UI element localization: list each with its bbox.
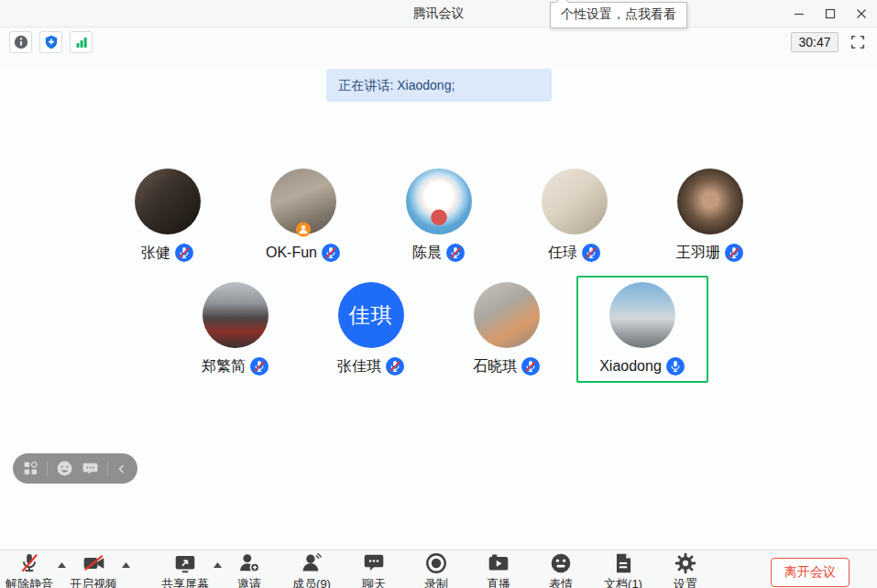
- titlebar: 腾讯会议: [0, 0, 877, 27]
- toolbar-item-video[interactable]: 开启视频: [68, 552, 119, 588]
- settings-gear-icon: [674, 551, 697, 575]
- invite-person-icon: [237, 551, 261, 575]
- participant-avatar: [135, 169, 201, 234]
- mic-status-icon: [666, 357, 685, 376]
- signal-bars-icon: [74, 35, 89, 49]
- caption-chat-button[interactable]: [82, 460, 99, 477]
- fullscreen-icon: [850, 34, 866, 50]
- participant-name: 石晓琪: [473, 357, 517, 376]
- leave-meeting-button[interactable]: 离开会议: [771, 558, 850, 587]
- toolbar-item-share[interactable]: 共享屏幕: [159, 552, 211, 588]
- participant-tile[interactable]: 郑繁简: [170, 276, 301, 383]
- participant-name: 陈晨: [412, 244, 442, 263]
- participant-row-2: 郑繁简 佳琪 张佳琪: [0, 276, 877, 383]
- settings-tooltip[interactable]: 个性设置，点我看看: [550, 2, 687, 28]
- mic-status-icon: [175, 244, 193, 262]
- toolbar-item-chat[interactable]: 聊天: [348, 552, 400, 588]
- participant-avatar: [677, 169, 743, 234]
- toolbar-item-settings[interactable]: 设置: [660, 552, 711, 588]
- bottom-toolbar: 解除静音 开启视频 共享屏幕 邀请 成员(9): [0, 550, 877, 588]
- participant-name: 张健: [141, 244, 170, 263]
- participant-tile[interactable]: 石晓琪: [441, 276, 573, 383]
- chat-bubble-icon: [362, 551, 386, 575]
- meeting-window: 腾讯会议 个性设置，点我看看: [0, 0, 877, 588]
- participant-avatar: 佳琪: [338, 282, 404, 348]
- pill-divider: [47, 462, 48, 476]
- smiley-icon: [56, 460, 73, 477]
- maximize-icon: [825, 8, 836, 19]
- camera-off-icon: [82, 551, 106, 575]
- participant-tile[interactable]: 陈晨: [373, 162, 505, 269]
- mic-muted-icon: [17, 551, 41, 575]
- fullscreen-button[interactable]: [848, 32, 868, 52]
- toolbar-item-live[interactable]: 直播: [473, 552, 524, 588]
- participant-name: 张佳琪: [337, 357, 381, 376]
- layout-grid-button[interactable]: [23, 461, 38, 476]
- participant-name: 王羽珊: [676, 244, 720, 263]
- live-stream-icon: [487, 551, 510, 575]
- pill-divider: [107, 462, 108, 476]
- info-icon: [14, 35, 28, 49]
- toolbar-item-members[interactable]: 成员(9): [286, 552, 337, 588]
- security-shield-button[interactable]: [39, 31, 62, 53]
- close-icon: [856, 8, 867, 19]
- mic-status-icon: [250, 357, 269, 376]
- toolbar-item-mute[interactable]: 解除静音: [4, 552, 55, 588]
- toolbar-caret-video[interactable]: [119, 554, 132, 588]
- close-button[interactable]: [846, 0, 877, 27]
- emoji-icon: [549, 551, 573, 575]
- caret-up-icon: [122, 562, 130, 568]
- mic-status-icon: [582, 244, 600, 262]
- collapse-chevron-button[interactable]: [116, 463, 127, 474]
- toolbar-caret-share[interactable]: [211, 554, 224, 588]
- participant-tile[interactable]: 任琭: [509, 162, 641, 269]
- toolbar-caret-mute[interactable]: [55, 554, 68, 588]
- guest-badge-icon: [295, 222, 311, 237]
- minimize-button[interactable]: [784, 0, 815, 27]
- window-title: 腾讯会议: [413, 5, 465, 22]
- meeting-subheader: 30:47: [0, 27, 877, 57]
- participant-tile[interactable]: 张健: [102, 162, 234, 269]
- meeting-info-button[interactable]: [9, 31, 32, 53]
- participant-tile[interactable]: 佳琪 张佳琪: [305, 276, 437, 383]
- window-controls: [784, 0, 877, 27]
- participant-tile[interactable]: OK-Fun: [237, 162, 369, 269]
- toolbar-item-emoji[interactable]: 表情: [535, 552, 586, 588]
- minimize-icon: [794, 8, 805, 19]
- mic-status-icon: [521, 357, 540, 376]
- participant-tile[interactable]: 王羽珊: [644, 162, 776, 269]
- participants-area: 正在讲话: Xiaodong; 张健: [0, 69, 877, 550]
- participant-tile[interactable]: Xiaodong: [576, 276, 708, 383]
- layout-grid-icon: [23, 461, 38, 476]
- participant-name: 任琭: [548, 244, 577, 263]
- avatar-initials: 佳琪: [349, 301, 393, 330]
- mic-status-icon: [446, 244, 465, 262]
- members-icon: [300, 551, 323, 575]
- toolbar-item-invite[interactable]: 邀请: [224, 552, 275, 588]
- mic-status-icon: [386, 357, 404, 376]
- toolbar-item-docs[interactable]: 文档(1): [597, 552, 649, 588]
- participant-row-1: 张健 OK-Fun: [0, 162, 877, 269]
- participant-name: OK-Fun: [266, 245, 317, 261]
- active-speaker-banner: 正在讲话: Xiaodong;: [326, 69, 552, 102]
- participant-avatar: [406, 169, 472, 234]
- floating-tools-pill: [13, 453, 137, 484]
- caret-up-icon: [214, 562, 222, 568]
- mic-status-icon: [322, 244, 340, 262]
- maximize-button[interactable]: [815, 0, 846, 27]
- toolbar-item-record[interactable]: 录制: [411, 552, 462, 588]
- participant-name: Xiaodong: [599, 358, 662, 375]
- participant-avatar: [474, 282, 540, 348]
- participant-avatar: [609, 282, 675, 348]
- shield-plus-icon: [44, 35, 59, 49]
- network-signal-button[interactable]: [70, 31, 93, 53]
- participant-avatar: [270, 169, 336, 234]
- record-icon: [424, 551, 448, 575]
- document-icon: [611, 551, 635, 575]
- caret-up-icon: [58, 562, 66, 568]
- participant-name: 郑繁简: [202, 357, 246, 376]
- share-screen-icon: [173, 551, 197, 575]
- participant-avatar: [203, 282, 269, 348]
- emoji-reaction-button[interactable]: [56, 460, 73, 477]
- chat-bubble-small-icon: [82, 460, 99, 477]
